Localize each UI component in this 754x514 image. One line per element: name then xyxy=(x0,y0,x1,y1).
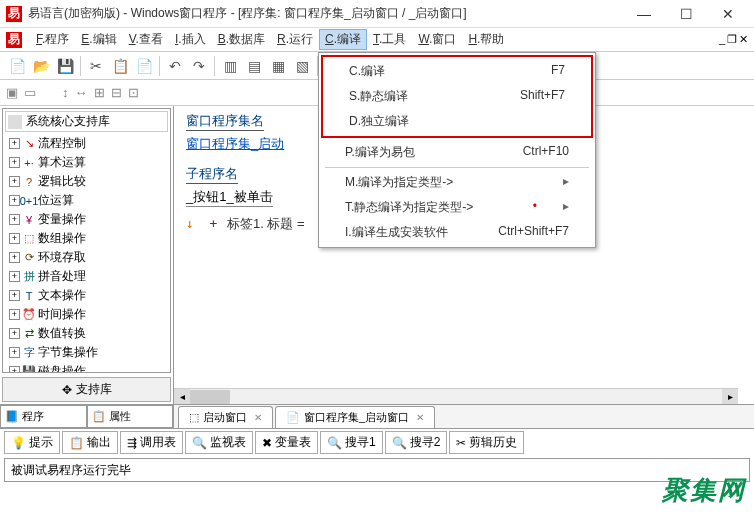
bottom-tab-搜寻1[interactable]: 🔍搜寻1 xyxy=(320,431,383,454)
tool-icon[interactable]: ↔ xyxy=(75,85,88,100)
menu-item-s[interactable]: S.静态编译Shift+F7 xyxy=(325,84,589,109)
mdi-minimize-button[interactable]: _ xyxy=(719,33,725,46)
mdi-close-button[interactable]: ✕ xyxy=(739,33,748,46)
minimize-button[interactable]: ― xyxy=(624,2,664,26)
menu-item[interactable]: T.静态编译为指定类型->▸• xyxy=(321,195,593,220)
code-link[interactable]: 窗口程序集_启动 xyxy=(186,136,284,151)
sidebar: 系统核心支持库 +↘流程控制++·算术运算+?逻辑比较+0+1位运算+¥变量操作… xyxy=(0,106,174,428)
expand-icon[interactable]: + xyxy=(9,233,20,244)
menu-item-r[interactable]: R.运行 xyxy=(271,29,319,50)
redo-icon[interactable]: ↷ xyxy=(188,55,210,77)
menu-item-c[interactable]: C.编译 xyxy=(319,29,367,50)
copy-icon[interactable]: 📋 xyxy=(109,55,131,77)
menu-item[interactable]: P.编译为易包Ctrl+F10 xyxy=(321,140,593,165)
close-tab-icon[interactable]: ✕ xyxy=(254,412,262,423)
scroll-thumb[interactable] xyxy=(190,390,230,404)
sidebar-tab-属性[interactable]: 📋属性 xyxy=(87,405,174,428)
menu-separator xyxy=(325,167,589,168)
bottom-tab-变量表[interactable]: ✖变量表 xyxy=(255,431,318,454)
expand-icon[interactable]: + xyxy=(9,366,20,373)
close-button[interactable]: ✕ xyxy=(708,2,748,26)
panel3-icon[interactable]: ▦ xyxy=(267,55,289,77)
mdi-restore-button[interactable]: ❐ xyxy=(727,33,737,46)
tree-item[interactable]: +⬚数组操作 xyxy=(5,229,168,248)
panel2-icon[interactable]: ▤ xyxy=(243,55,265,77)
tab-icon: 📄 xyxy=(286,411,300,424)
bottom-tab-输出[interactable]: 📋输出 xyxy=(62,431,118,454)
bottom-tab-调用表[interactable]: ⇶调用表 xyxy=(120,431,183,454)
tree-item[interactable]: +字字节集操作 xyxy=(5,343,168,362)
expand-icon[interactable]: + xyxy=(9,195,20,206)
tool-icon[interactable]: ↕ xyxy=(62,85,69,100)
tool-icon[interactable]: ⊟ xyxy=(111,85,122,100)
bottom-tab-监视表[interactable]: 🔍监视表 xyxy=(185,431,253,454)
tree-item[interactable]: +拼拼音处理 xyxy=(5,267,168,286)
expand-icon[interactable]: + xyxy=(9,138,20,149)
tree-item[interactable]: +↘流程控制 xyxy=(5,134,168,153)
open-file-icon[interactable]: 📂 xyxy=(30,55,52,77)
tree-item[interactable]: +⟳环境存取 xyxy=(5,248,168,267)
bottom-tab-提示[interactable]: 💡提示 xyxy=(4,431,60,454)
menu-item-i[interactable]: I.插入 xyxy=(169,29,212,50)
tree-item[interactable]: +⏰时间操作 xyxy=(5,305,168,324)
fold-icon[interactable]: ↓ + xyxy=(186,216,217,231)
expand-icon[interactable]: + xyxy=(9,328,20,339)
expand-icon[interactable]: + xyxy=(9,309,20,320)
expand-icon[interactable]: + xyxy=(9,214,20,225)
expand-icon[interactable]: + xyxy=(9,157,20,168)
expand-icon[interactable]: + xyxy=(9,252,20,263)
window-title: 易语言(加密狗版) - Windows窗口程序 - [程序集: 窗口程序集_启动… xyxy=(28,5,624,22)
tab-icon: ✂ xyxy=(456,436,466,450)
menu-item-h[interactable]: H.帮助 xyxy=(462,29,510,50)
menu-item-d[interactable]: D.独立编译 xyxy=(325,109,589,134)
tool-icon[interactable]: ▣ xyxy=(6,85,18,100)
horizontal-scrollbar[interactable]: ◂ ▸ xyxy=(174,388,738,404)
tree-item[interactable]: +⇄数值转换 xyxy=(5,324,168,343)
tool-icon[interactable]: ⊡ xyxy=(128,85,139,100)
code-subroutine[interactable]: _按钮1_被单击 xyxy=(186,188,273,207)
paste-icon[interactable]: 📄 xyxy=(133,55,155,77)
save-icon[interactable]: 💾 xyxy=(54,55,76,77)
scroll-left-icon[interactable]: ◂ xyxy=(174,389,190,405)
menu-item[interactable]: M.编译为指定类型->▸ xyxy=(321,170,593,195)
tree-item[interactable]: +0+1位运算 xyxy=(5,191,168,210)
tool-icon[interactable]: ⊞ xyxy=(94,85,105,100)
menu-item-v[interactable]: V.查看 xyxy=(123,29,169,50)
tab-icon: ⇶ xyxy=(127,436,137,450)
support-library-button[interactable]: ✥ 支持库 xyxy=(2,377,171,402)
expand-icon[interactable]: + xyxy=(9,347,20,358)
menu-item-t[interactable]: T.工具 xyxy=(367,29,412,50)
editor-tab[interactable]: 📄窗口程序集_启动窗口✕ xyxy=(275,406,435,428)
menu-item[interactable]: I.编译生成安装软件Ctrl+Shift+F7 xyxy=(321,220,593,245)
category-icon: ? xyxy=(22,175,36,189)
sidebar-tab-程序[interactable]: 📘程序 xyxy=(0,405,87,428)
tree-item[interactable]: ++·算术运算 xyxy=(5,153,168,172)
tool-icon[interactable]: ▭ xyxy=(24,85,36,100)
menu-item-e[interactable]: E.编辑 xyxy=(75,29,122,50)
scroll-right-icon[interactable]: ▸ xyxy=(722,389,738,405)
equals-sign: = xyxy=(297,216,305,231)
tree-item[interactable]: +?逻辑比较 xyxy=(5,172,168,191)
new-file-icon[interactable]: 📄 xyxy=(6,55,28,77)
expand-icon[interactable]: + xyxy=(9,271,20,282)
menu-item-w[interactable]: W.窗口 xyxy=(412,29,462,50)
undo-icon[interactable]: ↶ xyxy=(164,55,186,77)
expand-icon[interactable]: + xyxy=(9,290,20,301)
menu-item-b[interactable]: B.数据库 xyxy=(212,29,271,50)
panel-icon[interactable]: ▥ xyxy=(219,55,241,77)
editor-tab[interactable]: ⬚启动窗口✕ xyxy=(178,406,273,428)
tab-icon: ✖ xyxy=(262,436,272,450)
menu-item-f[interactable]: F.程序 xyxy=(30,29,75,50)
bottom-tab-搜寻2[interactable]: 🔍搜寻2 xyxy=(385,431,448,454)
panel4-icon[interactable]: ▧ xyxy=(291,55,313,77)
maximize-button[interactable]: ☐ xyxy=(666,2,706,26)
expand-icon[interactable]: + xyxy=(9,176,20,187)
tree-item[interactable]: +¥变量操作 xyxy=(5,210,168,229)
cut-icon[interactable]: ✂ xyxy=(85,55,107,77)
menu-item-c[interactable]: C.编译F7 xyxy=(325,59,589,84)
close-tab-icon[interactable]: ✕ xyxy=(416,412,424,423)
tree-item[interactable]: +💾磁盘操作 xyxy=(5,362,168,373)
bottom-tab-剪辑历史[interactable]: ✂剪辑历史 xyxy=(449,431,524,454)
title-bar: 易 易语言(加密狗版) - Windows窗口程序 - [程序集: 窗口程序集_… xyxy=(0,0,754,28)
tree-item[interactable]: +T文本操作 xyxy=(5,286,168,305)
